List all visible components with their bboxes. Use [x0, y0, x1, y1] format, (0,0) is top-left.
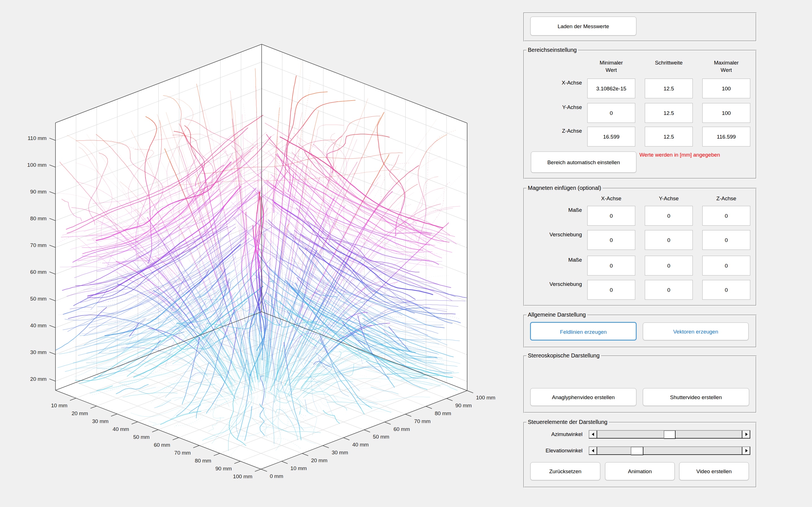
svg-text:70 mm: 70 mm — [414, 418, 430, 424]
svg-text:50 mm: 50 mm — [373, 434, 389, 440]
svg-text:40 mm: 40 mm — [30, 323, 47, 328]
svg-text:30 mm: 30 mm — [30, 349, 47, 355]
svg-text:80 mm: 80 mm — [195, 458, 211, 464]
svg-text:50 mm: 50 mm — [30, 296, 47, 302]
svg-text:40 mm: 40 mm — [113, 426, 129, 432]
svg-text:50 mm: 50 mm — [133, 434, 150, 440]
svg-text:0 mm: 0 mm — [270, 473, 283, 479]
svg-text:40 mm: 40 mm — [352, 442, 369, 448]
svg-text:20 mm: 20 mm — [71, 410, 88, 416]
svg-text:20 mm: 20 mm — [311, 457, 327, 463]
svg-text:70 mm: 70 mm — [174, 450, 191, 456]
svg-text:100 mm: 100 mm — [28, 162, 47, 168]
svg-text:90 mm: 90 mm — [30, 189, 47, 194]
svg-text:90 mm: 90 mm — [455, 402, 472, 408]
svg-text:70 mm: 70 mm — [30, 242, 47, 248]
svg-text:10 mm: 10 mm — [290, 465, 307, 471]
svg-text:110 mm: 110 mm — [28, 135, 47, 141]
svg-text:30 mm: 30 mm — [92, 418, 109, 424]
svg-text:60 mm: 60 mm — [30, 269, 47, 275]
svg-text:10 mm: 10 mm — [51, 402, 67, 408]
svg-text:100 mm: 100 mm — [476, 395, 495, 400]
svg-text:20 mm: 20 mm — [30, 376, 47, 382]
svg-text:100 mm: 100 mm — [233, 473, 252, 480]
svg-text:30 mm: 30 mm — [332, 450, 348, 455]
svg-text:80 mm: 80 mm — [30, 216, 47, 221]
svg-text:90 mm: 90 mm — [215, 466, 232, 471]
svg-text:60 mm: 60 mm — [394, 426, 410, 432]
svg-text:60 mm: 60 mm — [154, 442, 170, 448]
svg-text:80 mm: 80 mm — [435, 410, 451, 416]
